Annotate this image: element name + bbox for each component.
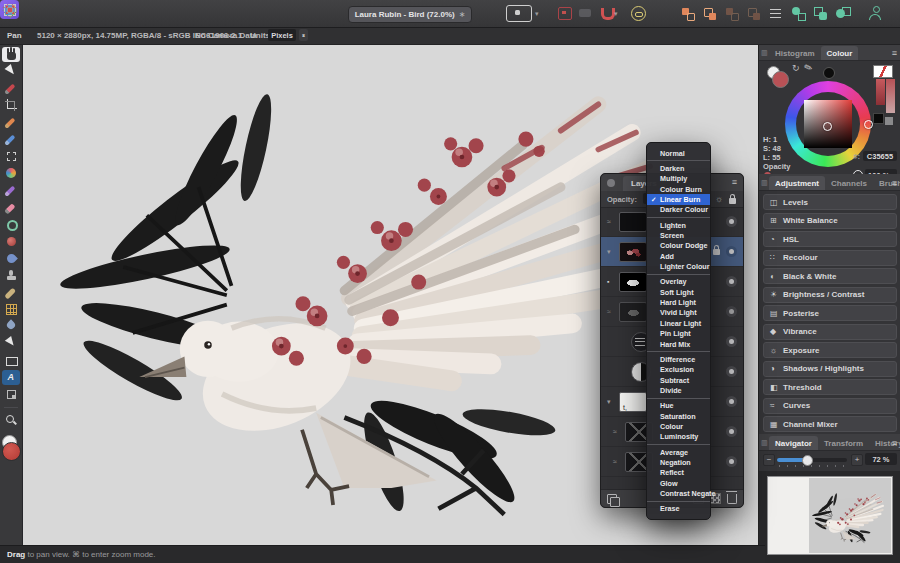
adjustment-item[interactable]: ◔ HSL bbox=[763, 231, 897, 247]
adjustment-item[interactable]: ☼ Exposure bbox=[763, 342, 897, 358]
gray-square-swatch[interactable] bbox=[885, 117, 893, 125]
zoom-value-field[interactable]: 72 % bbox=[865, 453, 897, 465]
layer-visibility-toggle[interactable] bbox=[726, 306, 737, 317]
blend-mode-option[interactable]: Screen bbox=[647, 230, 710, 240]
marquee-select-tool[interactable] bbox=[2, 149, 20, 164]
layer-visibility-toggle[interactable] bbox=[726, 426, 737, 437]
expand-chevron-icon[interactable] bbox=[607, 218, 615, 225]
blend-mode-option[interactable]: Linear Light bbox=[647, 318, 710, 328]
panel-tab[interactable]: Colour bbox=[821, 46, 859, 60]
panel-collapse-icon[interactable]: ▥ bbox=[761, 49, 768, 57]
snapping-magnet-icon[interactable] bbox=[601, 8, 615, 20]
colour-picker-tool[interactable] bbox=[2, 81, 20, 96]
blend-mode-option[interactable]: Saturation bbox=[647, 411, 710, 421]
colour-marker-icon[interactable] bbox=[823, 122, 832, 131]
adjustment-item[interactable]: ◫ Levels bbox=[763, 194, 897, 210]
blend-mode-option[interactable]: Darker Colour bbox=[647, 205, 710, 215]
blend-mode-option[interactable]: Hard Mix bbox=[647, 339, 710, 349]
black-square-swatch[interactable] bbox=[873, 113, 884, 124]
adjustment-item[interactable]: ◑ Shadows / Highlights bbox=[763, 361, 897, 377]
adjustment-item[interactable]: ⊞ White Balance bbox=[763, 213, 897, 229]
blend-mode-option[interactable]: Hard Light bbox=[647, 297, 710, 307]
view-mode-button[interactable] bbox=[506, 5, 532, 22]
adjustment-item[interactable]: ◆ Vibrance bbox=[763, 324, 897, 340]
blend-mode-option[interactable]: Colour Dodge bbox=[647, 241, 710, 251]
layer-thumbnail[interactable] bbox=[619, 242, 647, 262]
snapping-caret-icon[interactable]: ▾ bbox=[614, 10, 618, 18]
units-stepper[interactable]: ▴▾ bbox=[299, 29, 308, 41]
arrange-forward-icon[interactable] bbox=[678, 4, 698, 23]
smudge-tool[interactable] bbox=[2, 251, 20, 266]
blend-mode-option[interactable]: Contrast Negate bbox=[647, 488, 710, 498]
selection-brush-tool[interactable] bbox=[2, 132, 20, 147]
layer-thumbnail[interactable] bbox=[619, 212, 647, 232]
zoom-tool[interactable] bbox=[2, 413, 20, 428]
duplicate-layer-icon[interactable] bbox=[607, 494, 617, 504]
erase-tool[interactable] bbox=[2, 200, 20, 215]
blend-mode-option[interactable]: Pin Light bbox=[647, 329, 710, 339]
layer-thumbnail[interactable] bbox=[619, 302, 647, 322]
blend-mode-option[interactable]: Overlay bbox=[647, 274, 710, 287]
blend-mode-option[interactable]: Difference bbox=[647, 351, 710, 364]
hue-marker-icon[interactable] bbox=[864, 120, 873, 129]
boolean-subtract-icon[interactable] bbox=[811, 4, 831, 23]
blend-mode-option[interactable]: Normal bbox=[647, 148, 710, 158]
blend-mode-option[interactable]: Negation bbox=[647, 457, 710, 467]
alignment-icon[interactable] bbox=[766, 4, 786, 23]
panel-menu-icon[interactable]: ≡ bbox=[892, 48, 897, 58]
lock-icon[interactable] bbox=[729, 198, 736, 204]
zoom-slider[interactable] bbox=[777, 458, 847, 462]
picker-brush-icon[interactable]: ✎ bbox=[802, 61, 814, 74]
layer-visibility-toggle[interactable] bbox=[726, 276, 737, 287]
panel-collapse-icon[interactable]: ▥ bbox=[761, 439, 768, 447]
blend-mode-option[interactable]: Divide bbox=[647, 385, 710, 395]
blend-mode-option[interactable]: Lighten bbox=[647, 217, 710, 230]
zoom-out-button[interactable]: − bbox=[763, 454, 775, 466]
mixer-brush-tool[interactable] bbox=[2, 183, 20, 198]
no-colour-swatch[interactable] bbox=[873, 65, 893, 78]
move-tool[interactable] bbox=[2, 64, 20, 79]
primary-colour-swatch[interactable] bbox=[2, 442, 21, 461]
blend-mode-option[interactable]: Exclusion bbox=[647, 365, 710, 375]
shade-strip-light[interactable] bbox=[886, 79, 895, 113]
blend-mode-option[interactable]: Luminosity bbox=[647, 432, 710, 442]
navigator-preview[interactable] bbox=[759, 471, 900, 563]
burn-tool[interactable] bbox=[2, 234, 20, 249]
blend-mode-option[interactable]: Multiply bbox=[647, 174, 710, 184]
clone-stamp-tool[interactable] bbox=[2, 268, 20, 283]
blend-mode-option[interactable]: Glow bbox=[647, 478, 710, 488]
crop-tool[interactable] bbox=[2, 98, 20, 113]
units-select[interactable]: Pixels bbox=[268, 29, 296, 41]
layer-visibility-toggle[interactable] bbox=[726, 336, 737, 347]
delete-layer-icon[interactable] bbox=[727, 494, 737, 504]
expand-chevron-icon[interactable] bbox=[607, 278, 615, 285]
view-mode-caret-icon[interactable]: ▾ bbox=[535, 10, 539, 18]
blend-mode-option[interactable]: Vivid Light bbox=[647, 308, 710, 318]
expand-chevron-icon[interactable] bbox=[613, 428, 621, 435]
adjustment-item[interactable]: ☀ Brightness / Contrast bbox=[763, 287, 897, 303]
panel-menu-icon[interactable]: ≡ bbox=[892, 438, 897, 448]
panel-menu-icon[interactable]: ≡ bbox=[892, 178, 897, 188]
expand-chevron-icon[interactable] bbox=[607, 248, 615, 256]
blend-mode-option[interactable]: Colour Burn bbox=[647, 184, 710, 194]
panel-tab[interactable]: Transform bbox=[818, 436, 869, 450]
layer-thumbnail[interactable] bbox=[619, 272, 647, 292]
expand-chevron-icon[interactable] bbox=[607, 398, 615, 406]
panel-tab[interactable]: Adjustment bbox=[769, 176, 825, 190]
paint-brush-tool[interactable] bbox=[2, 115, 20, 130]
blend-mode-option[interactable]: Hue bbox=[647, 398, 710, 411]
text-tool[interactable] bbox=[2, 370, 20, 385]
layer-visibility-toggle[interactable] bbox=[726, 396, 737, 407]
blend-mode-option[interactable]: Colour bbox=[647, 421, 710, 431]
expand-chevron-icon[interactable] bbox=[613, 458, 621, 465]
assistant-icon[interactable] bbox=[631, 6, 646, 21]
boolean-add-icon[interactable] bbox=[789, 4, 809, 23]
black-swatch[interactable] bbox=[823, 67, 835, 79]
layer-visibility-toggle[interactable] bbox=[726, 456, 737, 467]
adjustment-item[interactable]: ▦ Channel Mixer bbox=[763, 416, 897, 432]
expand-chevron-icon[interactable] bbox=[607, 308, 615, 315]
zoom-in-button[interactable]: + bbox=[851, 454, 863, 466]
adjustment-item[interactable]: ≈ Curves bbox=[763, 398, 897, 414]
layer-visibility-toggle[interactable] bbox=[726, 246, 737, 257]
panel-close-icon[interactable] bbox=[607, 179, 615, 187]
